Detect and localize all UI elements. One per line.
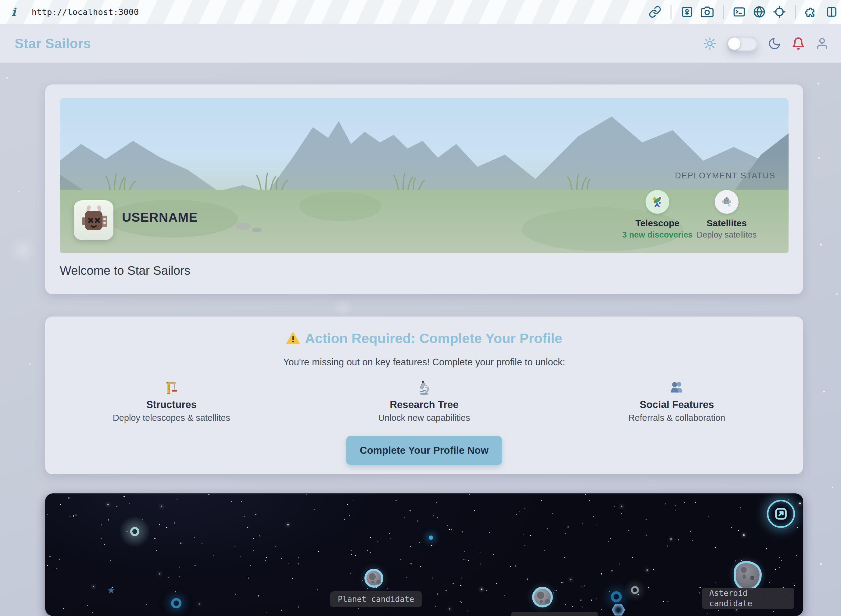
star [297, 563, 299, 565]
camera-icon[interactable] [701, 6, 714, 18]
star [451, 529, 451, 530]
star [637, 594, 639, 595]
star [419, 542, 420, 543]
url-field[interactable]: http://localhost:3000 [32, 7, 139, 17]
star [564, 557, 565, 558]
star [461, 602, 462, 603]
star [447, 525, 448, 526]
star [781, 560, 782, 561]
feature-structures: Structures Deploy telescopes & satellite… [45, 380, 298, 423]
star [541, 500, 542, 501]
star [281, 558, 282, 559]
star [523, 534, 523, 535]
info-icon[interactable]: i [12, 6, 16, 18]
star [318, 551, 319, 552]
star [570, 579, 571, 580]
star [63, 608, 64, 609]
gray-ring-star [631, 586, 639, 594]
deployment-satellites[interactable]: Satellites Deploy satellites [684, 190, 769, 240]
app-header: Star Sailors [0, 24, 841, 63]
deployment-status: Deploy satellites [697, 230, 757, 240]
star [75, 515, 76, 516]
star [648, 587, 649, 588]
star [504, 595, 505, 596]
terminal-icon[interactable] [733, 6, 746, 18]
star [168, 577, 168, 578]
bokeh-glow [9, 237, 37, 264]
star [519, 511, 520, 512]
star [653, 569, 654, 570]
deployment-status: 3 new discoveries [622, 230, 693, 240]
star [619, 563, 620, 565]
theme-toggle-knob[interactable] [728, 38, 740, 50]
star [420, 566, 421, 567]
star [404, 517, 404, 518]
sparkle [823, 391, 825, 393]
star [552, 513, 553, 514]
star [544, 550, 545, 551]
star [406, 577, 407, 578]
star [179, 567, 180, 568]
moon-icon [768, 37, 781, 50]
open-expand-button[interactable] [767, 500, 795, 528]
star [610, 538, 611, 539]
telescope-icon [646, 190, 669, 214]
theme-toggle[interactable] [727, 37, 757, 51]
complete-profile-button[interactable]: Complete Your Profile Now [346, 436, 502, 465]
star [317, 590, 318, 590]
sparkle [820, 243, 822, 245]
planet-candidate[interactable] [364, 569, 383, 588]
star [794, 585, 795, 586]
toolbar-divider [671, 5, 671, 19]
app-title: Star Sailors [15, 36, 91, 51]
star [766, 548, 767, 549]
star [463, 559, 464, 560]
star [555, 590, 557, 591]
toolbar-divider [795, 5, 796, 19]
people-icon [669, 380, 685, 396]
split-columns-icon[interactable] [825, 6, 838, 18]
globe-icon[interactable] [753, 6, 766, 18]
crosshair-icon[interactable] [773, 6, 786, 18]
star [92, 612, 93, 613]
link-icon[interactable] [649, 6, 661, 18]
star [678, 540, 679, 540]
star [740, 507, 741, 508]
star [632, 557, 633, 558]
star [59, 559, 60, 560]
star [199, 603, 200, 605]
star [690, 531, 691, 532]
star [493, 554, 494, 555]
user-icon[interactable] [815, 37, 829, 50]
star [596, 598, 597, 599]
asteroid-candidate[interactable] [734, 561, 762, 590]
sparkle [29, 363, 31, 365]
star [707, 613, 708, 613]
crane-icon [163, 380, 179, 396]
star [738, 530, 739, 531]
star [194, 537, 195, 538]
star [208, 494, 210, 495]
star [684, 502, 685, 503]
star [611, 570, 612, 572]
star [731, 527, 732, 528]
star [432, 578, 433, 578]
star [699, 587, 701, 588]
sparkle [18, 191, 19, 192]
star [460, 585, 462, 586]
notification-bell-icon[interactable] [791, 37, 805, 50]
star [589, 500, 590, 501]
feature-title: Social Features [640, 399, 714, 411]
star [590, 600, 592, 601]
feature-list: Structures Deploy telescopes & satellite… [45, 380, 803, 423]
planet-candidate[interactable] [532, 587, 553, 607]
star [161, 506, 162, 507]
planet-candidate-tooltip: Planet candidate [330, 591, 422, 607]
star [265, 612, 267, 613]
screenshot-flower-icon[interactable] [681, 6, 693, 18]
star [266, 557, 267, 558]
puzzle-icon[interactable] [805, 6, 818, 18]
space-map-panel[interactable]: ★ Planet candidate Planet candidate [45, 493, 803, 616]
star [667, 546, 668, 547]
star [56, 568, 57, 569]
